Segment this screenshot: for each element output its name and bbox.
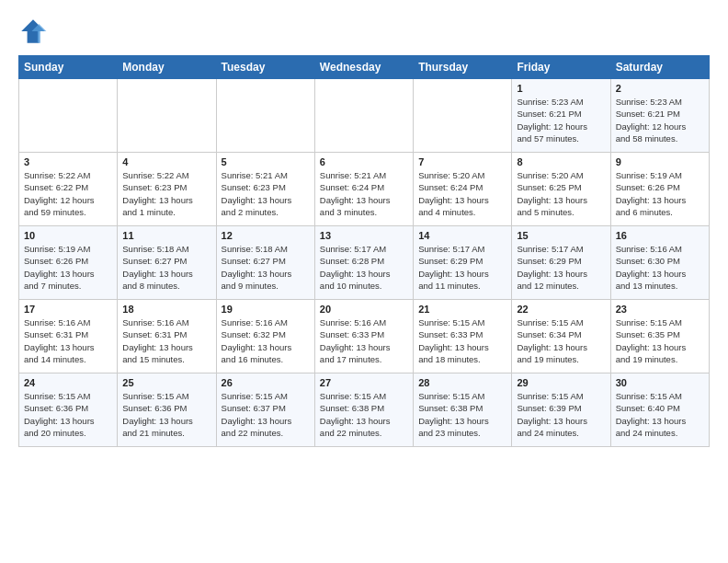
- day-info: Sunrise: 5:22 AM Sunset: 6:23 PM Dayligh…: [122, 169, 210, 218]
- day-info: Sunrise: 5:18 AM Sunset: 6:27 PM Dayligh…: [222, 243, 310, 292]
- day-cell: 12Sunrise: 5:18 AM Sunset: 6:27 PM Dayli…: [216, 226, 314, 300]
- day-info: Sunrise: 5:23 AM Sunset: 6:21 PM Dayligh…: [517, 96, 605, 144]
- header: [18, 17, 710, 46]
- day-info: Sunrise: 5:20 AM Sunset: 6:24 PM Dayligh…: [418, 169, 506, 218]
- day-cell: 19Sunrise: 5:16 AM Sunset: 6:32 PM Dayli…: [216, 300, 314, 373]
- day-number: 16: [616, 230, 704, 241]
- day-cell: 11Sunrise: 5:18 AM Sunset: 6:27 PM Dayli…: [118, 226, 216, 300]
- day-number: 9: [616, 156, 704, 167]
- day-number: 10: [24, 230, 112, 241]
- day-number: 12: [222, 230, 310, 241]
- day-cell: 30Sunrise: 5:15 AM Sunset: 6:40 PM Dayli…: [610, 373, 709, 447]
- day-number: 18: [122, 304, 210, 315]
- week-row-4: 24Sunrise: 5:15 AM Sunset: 6:36 PM Dayli…: [19, 373, 710, 447]
- day-number: 24: [24, 377, 112, 388]
- logo-icon: [18, 17, 48, 46]
- day-cell: [414, 79, 512, 153]
- day-info: Sunrise: 5:17 AM Sunset: 6:29 PM Dayligh…: [418, 243, 506, 292]
- day-info: Sunrise: 5:16 AM Sunset: 6:31 PM Dayligh…: [122, 316, 210, 365]
- day-number: 26: [222, 377, 310, 388]
- day-cell: 3Sunrise: 5:22 AM Sunset: 6:22 PM Daylig…: [19, 153, 118, 226]
- day-number: 2: [616, 83, 704, 94]
- day-cell: 20Sunrise: 5:16 AM Sunset: 6:33 PM Dayli…: [314, 300, 413, 373]
- day-number: 21: [418, 304, 506, 315]
- day-number: 6: [320, 156, 408, 167]
- day-cell: 23Sunrise: 5:15 AM Sunset: 6:35 PM Dayli…: [610, 300, 709, 373]
- day-number: 1: [517, 83, 605, 94]
- week-row-2: 10Sunrise: 5:19 AM Sunset: 6:26 PM Dayli…: [19, 226, 710, 300]
- day-number: 22: [517, 304, 605, 315]
- day-info: Sunrise: 5:23 AM Sunset: 6:21 PM Dayligh…: [616, 96, 704, 144]
- day-info: Sunrise: 5:15 AM Sunset: 6:34 PM Dayligh…: [517, 316, 605, 365]
- day-cell: 24Sunrise: 5:15 AM Sunset: 6:36 PM Dayli…: [19, 373, 118, 447]
- day-info: Sunrise: 5:20 AM Sunset: 6:25 PM Dayligh…: [517, 169, 605, 218]
- col-header-saturday: Saturday: [610, 56, 709, 79]
- day-cell: [314, 79, 413, 153]
- day-number: 8: [517, 156, 605, 167]
- day-cell: 18Sunrise: 5:16 AM Sunset: 6:31 PM Dayli…: [118, 300, 216, 373]
- day-cell: 13Sunrise: 5:17 AM Sunset: 6:28 PM Dayli…: [314, 226, 413, 300]
- day-number: 3: [24, 156, 112, 167]
- day-cell: 17Sunrise: 5:16 AM Sunset: 6:31 PM Dayli…: [19, 300, 118, 373]
- day-info: Sunrise: 5:21 AM Sunset: 6:23 PM Dayligh…: [222, 169, 310, 218]
- day-number: 7: [418, 156, 506, 167]
- day-info: Sunrise: 5:21 AM Sunset: 6:24 PM Dayligh…: [320, 169, 408, 218]
- day-cell: 22Sunrise: 5:15 AM Sunset: 6:34 PM Dayli…: [512, 300, 610, 373]
- day-number: 13: [320, 230, 408, 241]
- day-cell: 4Sunrise: 5:22 AM Sunset: 6:23 PM Daylig…: [118, 153, 216, 226]
- week-row-0: 1Sunrise: 5:23 AM Sunset: 6:21 PM Daylig…: [19, 79, 710, 153]
- day-info: Sunrise: 5:17 AM Sunset: 6:29 PM Dayligh…: [517, 243, 605, 292]
- day-info: Sunrise: 5:15 AM Sunset: 6:36 PM Dayligh…: [122, 390, 210, 439]
- day-info: Sunrise: 5:15 AM Sunset: 6:33 PM Dayligh…: [418, 316, 506, 365]
- day-number: 11: [122, 230, 210, 241]
- day-cell: 2Sunrise: 5:23 AM Sunset: 6:21 PM Daylig…: [610, 79, 709, 153]
- col-header-tuesday: Tuesday: [216, 56, 314, 79]
- day-number: 17: [24, 304, 112, 315]
- day-info: Sunrise: 5:15 AM Sunset: 6:40 PM Dayligh…: [616, 390, 704, 439]
- week-row-3: 17Sunrise: 5:16 AM Sunset: 6:31 PM Dayli…: [19, 300, 710, 373]
- day-info: Sunrise: 5:16 AM Sunset: 6:31 PM Dayligh…: [24, 316, 112, 365]
- day-info: Sunrise: 5:16 AM Sunset: 6:33 PM Dayligh…: [320, 316, 408, 365]
- day-info: Sunrise: 5:15 AM Sunset: 6:39 PM Dayligh…: [517, 390, 605, 439]
- day-cell: 27Sunrise: 5:15 AM Sunset: 6:38 PM Dayli…: [314, 373, 413, 447]
- day-number: 30: [616, 377, 704, 388]
- col-header-friday: Friday: [512, 56, 610, 79]
- day-number: 23: [616, 304, 704, 315]
- day-number: 20: [320, 304, 408, 315]
- day-info: Sunrise: 5:17 AM Sunset: 6:28 PM Dayligh…: [320, 243, 408, 292]
- page: SundayMondayTuesdayWednesdayThursdayFrid…: [0, 0, 728, 460]
- day-cell: 6Sunrise: 5:21 AM Sunset: 6:24 PM Daylig…: [314, 153, 413, 226]
- day-number: 4: [122, 156, 210, 167]
- day-cell: [118, 79, 216, 153]
- week-row-1: 3Sunrise: 5:22 AM Sunset: 6:22 PM Daylig…: [19, 153, 710, 226]
- day-info: Sunrise: 5:15 AM Sunset: 6:38 PM Dayligh…: [418, 390, 506, 439]
- day-number: 19: [222, 304, 310, 315]
- header-row: SundayMondayTuesdayWednesdayThursdayFrid…: [19, 56, 710, 79]
- day-cell: 5Sunrise: 5:21 AM Sunset: 6:23 PM Daylig…: [216, 153, 314, 226]
- day-cell: 25Sunrise: 5:15 AM Sunset: 6:36 PM Dayli…: [118, 373, 216, 447]
- day-cell: 1Sunrise: 5:23 AM Sunset: 6:21 PM Daylig…: [512, 79, 610, 153]
- logo: [18, 17, 51, 46]
- day-cell: 9Sunrise: 5:19 AM Sunset: 6:26 PM Daylig…: [610, 153, 709, 226]
- day-cell: 14Sunrise: 5:17 AM Sunset: 6:29 PM Dayli…: [414, 226, 512, 300]
- col-header-sunday: Sunday: [19, 56, 118, 79]
- day-cell: 29Sunrise: 5:15 AM Sunset: 6:39 PM Dayli…: [512, 373, 610, 447]
- day-cell: 10Sunrise: 5:19 AM Sunset: 6:26 PM Dayli…: [19, 226, 118, 300]
- day-info: Sunrise: 5:15 AM Sunset: 6:36 PM Dayligh…: [24, 390, 112, 439]
- day-info: Sunrise: 5:22 AM Sunset: 6:22 PM Dayligh…: [24, 169, 112, 218]
- day-cell: 21Sunrise: 5:15 AM Sunset: 6:33 PM Dayli…: [414, 300, 512, 373]
- calendar-table: SundayMondayTuesdayWednesdayThursdayFrid…: [18, 55, 710, 447]
- col-header-monday: Monday: [118, 56, 216, 79]
- day-info: Sunrise: 5:15 AM Sunset: 6:37 PM Dayligh…: [222, 390, 310, 439]
- col-header-wednesday: Wednesday: [314, 56, 413, 79]
- day-cell: [19, 79, 118, 153]
- day-cell: [216, 79, 314, 153]
- day-info: Sunrise: 5:16 AM Sunset: 6:32 PM Dayligh…: [222, 316, 310, 365]
- day-info: Sunrise: 5:15 AM Sunset: 6:38 PM Dayligh…: [320, 390, 408, 439]
- day-cell: 15Sunrise: 5:17 AM Sunset: 6:29 PM Dayli…: [512, 226, 610, 300]
- day-number: 25: [122, 377, 210, 388]
- day-number: 15: [517, 230, 605, 241]
- day-cell: 28Sunrise: 5:15 AM Sunset: 6:38 PM Dayli…: [414, 373, 512, 447]
- col-header-thursday: Thursday: [414, 56, 512, 79]
- day-cell: 8Sunrise: 5:20 AM Sunset: 6:25 PM Daylig…: [512, 153, 610, 226]
